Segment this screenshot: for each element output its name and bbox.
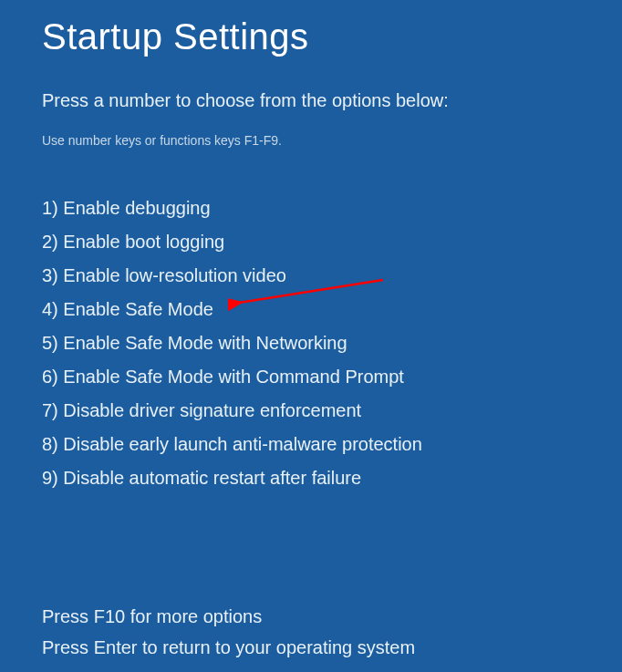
instruction-text: Press a number to choose from the option… — [42, 90, 580, 111]
option-enable-boot-logging[interactable]: 2) Enable boot logging — [42, 225, 580, 259]
option-enable-safe-mode-networking[interactable]: 5) Enable Safe Mode with Networking — [42, 326, 580, 360]
option-enable-debugging[interactable]: 1) Enable debugging — [42, 191, 580, 225]
option-disable-auto-restart[interactable]: 9) Disable automatic restart after failu… — [42, 461, 580, 495]
footer-instructions: Press F10 for more options Press Enter t… — [42, 601, 415, 663]
option-disable-driver-signature[interactable]: 7) Disable driver signature enforcement — [42, 394, 580, 428]
footer-more-options: Press F10 for more options — [42, 601, 415, 632]
hint-text: Use number keys or functions keys F1-F9. — [42, 133, 580, 148]
page-title: Startup Settings — [42, 16, 580, 57]
startup-options-list: 1) Enable debugging 2) Enable boot loggi… — [42, 191, 580, 495]
option-enable-low-resolution-video[interactable]: 3) Enable low-resolution video — [42, 259, 580, 293]
footer-return-os: Press Enter to return to your operating … — [42, 632, 415, 663]
option-enable-safe-mode-command-prompt[interactable]: 6) Enable Safe Mode with Command Prompt — [42, 360, 580, 394]
option-disable-anti-malware[interactable]: 8) Disable early launch anti-malware pro… — [42, 428, 580, 461]
option-enable-safe-mode[interactable]: 4) Enable Safe Mode — [42, 293, 580, 326]
